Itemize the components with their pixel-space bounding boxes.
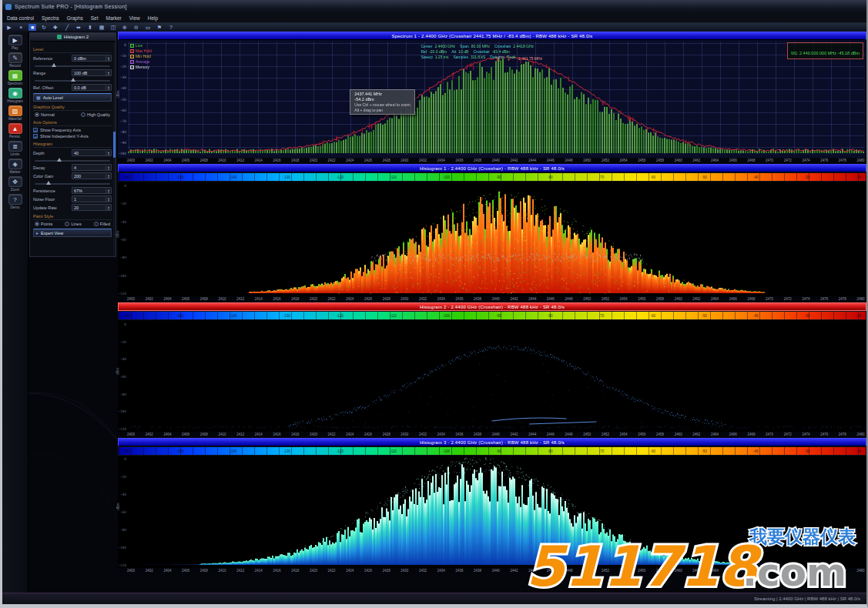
legend-item[interactable]: ✓Average xyxy=(130,59,152,64)
level-icon[interactable]: ⬍ xyxy=(86,24,94,31)
histogram-icon: ◉ xyxy=(8,88,22,99)
normal-radio[interactable]: Normal xyxy=(35,112,55,117)
panel-titlebar[interactable]: Histogram 1 - 2.4400 GHz (Crosshair) - R… xyxy=(118,164,866,172)
spin-arrows-icon[interactable]: ▲▼ xyxy=(106,197,111,202)
menu-item-data-control[interactable]: Data control xyxy=(7,15,34,21)
window-titlebar[interactable]: Spectrum Suite PRO - [Histogram Session] xyxy=(2,0,866,13)
grid-icon[interactable]: ▦ xyxy=(98,24,106,31)
x-tick-label: 2404 xyxy=(163,159,171,162)
range-spinbox[interactable]: 100 dB▲▼ xyxy=(72,69,112,76)
menu-item-spectra[interactable]: Spectra xyxy=(42,15,59,21)
menu-item-view[interactable]: View xyxy=(129,15,140,21)
rail-button-spectrum[interactable]: ▦Spectrum xyxy=(4,70,27,85)
settings-slider[interactable] xyxy=(35,78,110,82)
settings-slider[interactable] xyxy=(35,158,110,162)
legend-item[interactable]: ✓Max Hold xyxy=(130,48,152,53)
colorbar-tick-label: -30 xyxy=(805,314,810,318)
legend-checkbox-icon[interactable]: ✓ xyxy=(130,65,134,69)
menu-item-graphs[interactable]: Graphs xyxy=(66,15,82,21)
auto-level-button[interactable]: ▦Auto Level xyxy=(33,93,112,102)
plot-canvas[interactable] xyxy=(118,182,866,296)
info-pair: Samples311.8 kS xyxy=(453,55,485,59)
settings-slider[interactable] xyxy=(35,181,110,185)
spin-arrows-icon[interactable]: ▲▼ xyxy=(106,165,111,170)
spin-arrows-icon[interactable]: ▲▼ xyxy=(106,85,111,90)
menu-item-help[interactable]: Help xyxy=(148,15,158,21)
rail-button-marker[interactable]: ◈Marker xyxy=(4,159,27,174)
layout-icon[interactable]: ◫ xyxy=(109,24,117,31)
rail-button-record[interactable]: ✎Record xyxy=(4,52,27,68)
legend-item[interactable]: ✓Live xyxy=(130,43,152,48)
settings-scrollbar[interactable] xyxy=(113,42,116,256)
plot-canvas[interactable] xyxy=(118,456,866,568)
settings-slider[interactable] xyxy=(35,63,110,68)
rail-button-demo[interactable]: ?Demo xyxy=(4,194,27,209)
persist-icon: ▲ xyxy=(8,123,22,134)
legend-checkbox-icon[interactable]: ✓ xyxy=(130,44,134,48)
color-gain-spinbox[interactable]: 200▲▼ xyxy=(72,172,112,179)
rail-button-waterfall[interactable]: ▨Waterfall xyxy=(4,105,27,121)
play-icon[interactable]: ▶ xyxy=(5,24,13,31)
spin-arrows-icon[interactable]: ▲▼ xyxy=(106,189,111,193)
screenshot-icon[interactable]: ▭ xyxy=(144,24,152,31)
add-block-icon[interactable]: ✚ xyxy=(52,24,59,31)
panel-titlebar[interactable]: Spectrum 1 - 2.4400 GHz (Crosshair 2441.… xyxy=(118,32,866,40)
spin-arrows-icon[interactable]: ▲▼ xyxy=(106,56,111,61)
spin-arrows-icon[interactable]: ▲▼ xyxy=(106,205,111,210)
stop-icon[interactable]: ■ xyxy=(28,24,36,31)
depth-spinbox[interactable]: 40▲▼ xyxy=(72,149,112,156)
high-quality-radio[interactable]: High Quality xyxy=(81,112,110,117)
ref-offset-spinbox[interactable]: 0.0 dB▲▼ xyxy=(72,84,112,91)
slider-thumb[interactable] xyxy=(52,63,56,67)
reference-spinbox[interactable]: 0 dBm▲▼ xyxy=(72,55,112,62)
decay-spinbox[interactable]: 4▲▼ xyxy=(72,164,112,171)
menu-item-marker[interactable]: Marker xyxy=(106,15,122,21)
zoom-out-icon[interactable]: ⊖ xyxy=(132,24,140,31)
legend-item[interactable]: ✓Min Hold xyxy=(130,54,152,58)
radio-label: Points xyxy=(41,222,52,226)
rail-button-limits[interactable]: ≣Limits xyxy=(4,141,27,156)
plot-area[interactable]: dBm xyxy=(118,182,866,296)
pause-icon[interactable]: ⏸ xyxy=(17,24,25,31)
plot-area[interactable]: dBm xyxy=(118,456,866,568)
zoom-in-icon[interactable]: ⊕ xyxy=(121,24,129,31)
settings-header[interactable]: Histogram 2 xyxy=(30,33,116,42)
draw-icon[interactable]: ╱ xyxy=(63,24,71,31)
spin-arrows-icon[interactable]: ▲▼ xyxy=(106,71,111,75)
show-frequency-axis-checkbox[interactable]: ✓Show Frequency Axis xyxy=(33,128,112,132)
spin-arrows-icon[interactable]: ▲▼ xyxy=(106,174,111,179)
rail-button-zoom[interactable]: ✥Zoom xyxy=(4,176,27,192)
rail-button-histogram[interactable]: ◉Histogram xyxy=(4,88,27,103)
panel-titlebar[interactable]: Histogram 3 - 2.4400 GHz (Crosshair) - R… xyxy=(118,438,866,446)
rail-button-play[interactable]: ▶Play xyxy=(4,35,27,50)
legend-checkbox-icon[interactable]: ✓ xyxy=(130,49,134,53)
marker-icon[interactable]: ⚑ xyxy=(156,24,163,31)
plot-area[interactable]: dBm✓Live✓Max Hold✓Min Hold✓Average✓Memor… xyxy=(118,40,866,158)
span-icon[interactable]: ⬌ xyxy=(75,24,82,31)
update-rate-spinbox[interactable]: 20▲▼ xyxy=(72,204,112,211)
noise-floor-spinbox[interactable]: 1▲▼ xyxy=(72,195,112,202)
plot-canvas[interactable] xyxy=(118,320,866,432)
legend-checkbox-icon[interactable]: ✓ xyxy=(130,55,134,58)
legend-item[interactable]: ✓Memory xyxy=(130,65,152,69)
slider-thumb[interactable] xyxy=(71,78,75,82)
help-icon[interactable]: ? xyxy=(167,24,175,31)
lines-radio[interactable]: Lines xyxy=(65,222,81,226)
settings-section-label: Level xyxy=(33,47,112,53)
slider-thumb[interactable] xyxy=(57,158,62,162)
show-independent-y-axis-checkbox[interactable]: ✓Show Independent Y-Axis xyxy=(33,134,112,139)
menu-item-set[interactable]: Set xyxy=(91,15,99,21)
spin-arrows-icon[interactable]: ▲▼ xyxy=(106,151,111,155)
restart-icon[interactable]: ↻ xyxy=(40,24,48,31)
legend-checkbox-icon[interactable]: ✓ xyxy=(130,60,134,64)
expert-view-button[interactable]: ▸Expert View xyxy=(33,229,112,237)
points-radio[interactable]: Points xyxy=(35,222,52,226)
persistence-spinbox[interactable]: 67%▲▼ xyxy=(72,187,112,194)
filled-radio[interactable]: Filled xyxy=(94,222,110,226)
x-tick-label: 2438 xyxy=(474,433,481,436)
plot-area[interactable]: dBm xyxy=(118,320,866,432)
panel-titlebar[interactable]: Histogram 2 - 2.4400 GHz (Crosshair) - R… xyxy=(118,302,866,311)
scrollbar-thumb[interactable] xyxy=(113,132,116,158)
slider-thumb[interactable] xyxy=(46,181,51,185)
rail-button-persist[interactable]: ▲Persist. xyxy=(4,123,27,139)
